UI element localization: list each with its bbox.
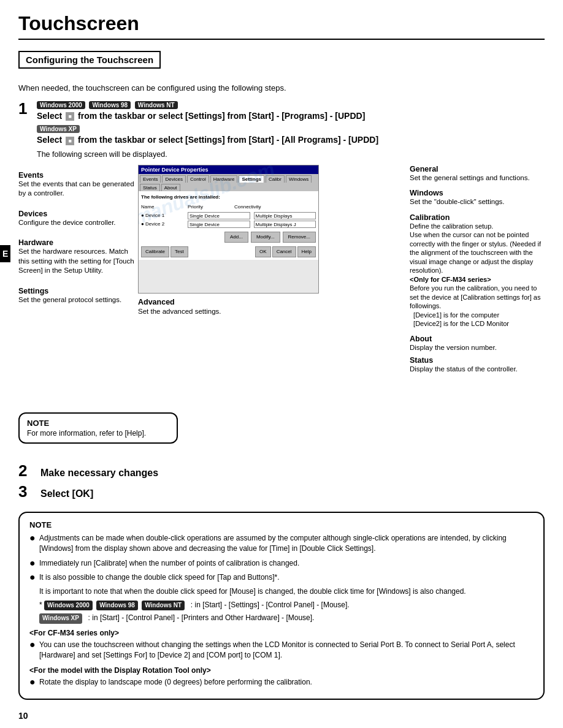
ann-general-label: General	[410, 165, 545, 173]
ann-status-label: Status	[410, 356, 545, 365]
ann-calibration: Calibration Define the calibration setup…	[410, 213, 545, 328]
ss-tab-devices[interactable]: Devices	[162, 175, 185, 183]
cf-section-title: <For CF-M34 series only>	[29, 629, 534, 637]
ss-device2-conn[interactable]: Multiple Displays J	[254, 221, 316, 228]
diagram-area: Events Set the events that can be genera…	[18, 165, 545, 398]
updd-icon-1: ■	[66, 112, 74, 121]
ss-row-3: ● Device 2 Single Device Multiple Displa…	[141, 221, 316, 228]
ss-device1-priority[interactable]: Single Device	[188, 212, 250, 219]
ann-events-desc: Set the events that can be generated by …	[18, 180, 138, 199]
ann-calibration-desc: Define the calibration setup.Use when th…	[410, 222, 545, 328]
cf-bullet-text: You can use the touchscreen without chan…	[39, 640, 534, 661]
ss-tab-events[interactable]: Events	[140, 175, 161, 183]
rotation-bullet-text: Rotate the display to landscape mode (0 …	[39, 677, 312, 688]
ss-tab-control[interactable]: Control	[187, 175, 209, 183]
step-1-line1: Select ■ from the taskbar or select [Set…	[37, 111, 545, 121]
section-title: Configuring the Touchscreen	[18, 51, 161, 69]
intro-text-main: When needed, the touchscreen can be conf…	[18, 83, 545, 93]
bullet2-text: Immediately run [Calibrate] when the num…	[39, 558, 299, 569]
page-number: 10	[18, 711, 545, 721]
step-1-content: Windows 2000 Windows 98 Windows NT Selec…	[37, 100, 545, 159]
ss-ok-btn[interactable]: OK	[255, 246, 271, 257]
bullet1-text: Adjustments can be made when double-clic…	[39, 533, 534, 555]
top-divider	[18, 39, 545, 40]
note1-box: NOTE For more information, refer to [Hel…	[18, 412, 178, 444]
ss-tab-active[interactable]: Settings	[239, 175, 264, 183]
ss-tab-status[interactable]: Status	[140, 184, 160, 191]
ann-about: About Display the version number.	[410, 335, 545, 353]
ss-tab-hw[interactable]: Hardware	[210, 175, 238, 183]
ss-help-btn[interactable]: Help	[297, 246, 316, 257]
badge-star-win2000: Windows 2000	[44, 601, 93, 611]
ss-row-2: ● Device 1 Single Device Multiple Displa…	[141, 212, 316, 219]
step-1-number: 1	[18, 100, 32, 118]
ann-events: Events Set the events that can be genera…	[18, 171, 138, 199]
badge-star-winnt: Windows NT	[142, 601, 185, 611]
ann-devices: Devices Configure the device controller.	[18, 210, 138, 228]
ss-tabs: Events Devices Control Hardware Settings…	[139, 174, 318, 191]
ss-device1-name: ● Device 1	[141, 212, 184, 219]
right-annotations: General Set the general settings and fun…	[410, 165, 545, 383]
left-annotations: Events Set the events that can be genera…	[18, 165, 138, 314]
note2-rotation-bullet: ● Rotate the display to landscape mode (…	[29, 677, 534, 688]
ann-advanced-label: Advanced	[138, 298, 175, 306]
ss-cancel-btn[interactable]: Cancel	[272, 246, 296, 257]
updd-icon-2: ■	[66, 137, 74, 145]
badge-winnt: Windows NT	[135, 101, 178, 109]
ss-remove-btn[interactable]: Remove...	[283, 232, 316, 243]
ann-settings-desc: Set the general protocol settings.	[18, 295, 138, 305]
ann-windows-desc: Set the "double-click" settings.	[410, 197, 545, 207]
page-title: Touchscreen	[18, 12, 545, 35]
note2-sub1: It is important to note that when the do…	[39, 586, 534, 597]
ss-add-btn[interactable]: Add...	[224, 232, 248, 243]
ss-titlebar: Pointer Device Properties	[139, 165, 318, 174]
ann-settings-label: Settings	[18, 287, 138, 295]
ann-events-label: Events	[18, 171, 138, 180]
ann-devices-label: Devices	[18, 210, 138, 218]
ann-advanced: Advanced Set the advanced settings.	[138, 297, 410, 317]
ss-device2-name: ● Device 2	[141, 221, 184, 228]
ann-about-desc: Display the version number.	[410, 343, 545, 353]
step-1-line2: Select ■ from the taskbar or select [Set…	[37, 135, 545, 145]
ann-advanced-desc: Set the advanced settings.	[138, 308, 221, 315]
screenshot-area: manualslib.com Pointer Device Properties…	[138, 165, 410, 317]
ss-col-connectivity: Connectivity	[234, 203, 277, 211]
ss-device1-conn[interactable]: Multiple Displays	[254, 212, 316, 219]
ss-modify-btn[interactable]: Modify...	[251, 232, 280, 243]
ann-windows: Windows Set the "double-click" settings.	[410, 189, 545, 207]
step-3: 3 Select [OK]	[18, 483, 545, 501]
ann-status-desc: Display the status of the controller.	[410, 365, 545, 374]
ann-hardware: Hardware Set the hardware resources. Mat…	[18, 238, 138, 276]
ss-tab-calib[interactable]: Calibr	[266, 175, 285, 183]
note2-cf-bullet: ● You can use the touchscreen without ch…	[29, 640, 534, 661]
rotation-section-title: <For the model with the Display Rotation…	[29, 666, 534, 675]
cf-bullet-dot: ●	[29, 640, 36, 650]
ss-calibrate-btn[interactable]: Calibrate	[141, 246, 169, 257]
ss-body: The following drives are installed: Name…	[139, 191, 318, 260]
ss-test-btn[interactable]: Test	[170, 246, 188, 257]
note2-bullet1: ● Adjustments can be made when double-cl…	[29, 533, 534, 555]
badge-win98: Windows 98	[89, 101, 131, 109]
note2-box: NOTE ● Adjustments can be made when doub…	[18, 512, 545, 700]
badge-star-win98: Windows 98	[96, 601, 138, 611]
ss-tab-windows[interactable]: Windows	[286, 175, 312, 183]
ann-calibration-label: Calibration	[410, 213, 545, 222]
note1-text: For more information, refer to [Help].	[27, 429, 169, 438]
note1-title: NOTE	[27, 419, 169, 428]
ann-devices-desc: Configure the device controller.	[18, 218, 138, 228]
ann-status: Status Display the status of the control…	[410, 356, 545, 374]
badge-winxp: Windows XP	[37, 125, 80, 133]
bullet3-text: It is also possible to change the double…	[39, 572, 280, 583]
step-3-number: 3	[18, 483, 32, 501]
ss-device2-priority[interactable]: Single Device	[188, 221, 250, 228]
ss-tab-about[interactable]: About	[161, 184, 180, 191]
ann-hardware-label: Hardware	[18, 238, 138, 247]
step-2-number: 2	[18, 462, 32, 480]
step-1-sub: The following screen will be displayed.	[37, 150, 545, 159]
step-2: 2 Make necessary changes	[18, 462, 545, 480]
note2-title: NOTE	[29, 520, 534, 529]
bullet2-dot: ●	[29, 558, 36, 568]
badge-win2000: Windows 2000	[37, 101, 85, 109]
note2-star-note: * Windows 2000 Windows 98 Windows NT : i…	[39, 600, 534, 611]
step-3-text: Select [OK]	[40, 488, 93, 499]
